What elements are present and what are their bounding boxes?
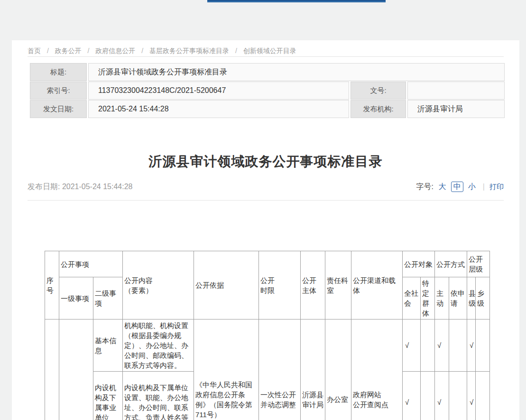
cell-xuhao [45, 320, 59, 420]
header-gongkai-qudao: 公开渠道和载体 [351, 251, 403, 320]
header-teding-qunti: 特定群体 [421, 277, 435, 320]
catalog-body-row-1: 基本信息 机构职能、机构设置（根据县委编办规定）、办公地址、办公时间、邮政编码、… [45, 320, 490, 372]
cell-yiji-shixiang [59, 320, 93, 420]
meta-row-title: 标题: 沂源县审计领域政务公开事项标准目录 [30, 63, 505, 81]
check-quanshehui-r1: √ [403, 320, 421, 372]
header-yiji-shixiang: 一级事项 [59, 277, 93, 320]
header-erji-shixiang: 二级事项 [93, 277, 123, 320]
meta-title-label: 标题: [30, 63, 87, 81]
check-xiangji-r2 [476, 372, 490, 420]
header-zeren-keshi: 责任科室 [325, 251, 351, 320]
meta-index-value: 11370323004223148C/2021-5200647 [88, 82, 349, 100]
cell-gongkai-qudao: 政府网站 公开查阅点 [351, 320, 403, 420]
check-zhudong-r2: √ [435, 372, 449, 420]
meta-date-label: 发文日期: [30, 100, 87, 118]
breadcrumb-home[interactable]: 首页 [28, 47, 41, 55]
check-teding-r2 [421, 372, 435, 420]
header-gongkai-cengji: 公开层级 [467, 251, 490, 277]
cell-neirong-r2: 内设机构及下属单位设置、职能、办公地址、办公时间、联系方式、负责人姓名等 [123, 372, 194, 420]
breadcrumb-separator: / [235, 47, 237, 55]
meta-date-value: 2021-05-24 15:44:28 [88, 100, 349, 118]
check-xianji-r1: √ [467, 320, 476, 372]
meta-docnum-label: 文号: [351, 82, 406, 100]
breadcrumb-separator: / [47, 47, 49, 55]
header-xiangji: 乡级 [476, 277, 490, 320]
cell-gongkai-shixian: 一次性公开并动态调整 [259, 320, 301, 420]
check-yishenqing-r2 [449, 372, 467, 420]
meta-title-value: 沂源县审计领域政务公开事项标准目录 [88, 63, 505, 81]
font-size-control: 字号: 大 中 小 | 打印 [416, 182, 504, 192]
breadcrumb: 首页 / 政务公开 / 政府信息公开 / 基层政务公开事项标准目录 / 创新领域… [28, 40, 504, 56]
check-yishenqing-r1 [449, 320, 467, 372]
header-gongkai-zhuti: 公开 主体 [301, 251, 325, 320]
header-yishenqing: 依申请 [449, 277, 467, 320]
cell-erji-r2: 内设机构及下属事业单位 [93, 372, 123, 420]
header-xuhao: 序号 [45, 251, 59, 320]
header-xianji: 县级 [467, 277, 476, 320]
article-meta-row: 发布日期: 2021-05-24 15:44:28 字号: 大 中 小 | 打印 [28, 181, 504, 192]
header-quanshehui: 全社会 [403, 277, 421, 320]
font-size-small-button[interactable]: 小 [468, 182, 476, 192]
header-gongkai-shixiang: 公开事项 [59, 251, 123, 277]
header-gongkai-duixiang: 公开对象 [403, 251, 435, 277]
check-teding-r1 [421, 320, 435, 372]
pipe-divider: | [483, 183, 485, 191]
check-quanshehui-r2: √ [403, 372, 421, 420]
cell-gongkai-zhuti: 沂源县审计局 [301, 320, 325, 420]
check-zhudong-r1: √ [435, 320, 449, 372]
font-size-medium-button[interactable]: 中 [451, 182, 463, 192]
breadcrumb-jiceng[interactable]: 基层政务公开事项标准目录 [149, 47, 229, 55]
top-nav-bar [207, 0, 386, 2]
meta-row-index: 索引号: 11370323004223148C/2021-5200647 文号: [30, 82, 505, 100]
meta-agency-value: 沂源县审计局 [407, 100, 505, 118]
breadcrumb-xinxi[interactable]: 政府信息公开 [95, 47, 135, 55]
page-title: 沂源县审计领域政务公开事项标准目录 [28, 153, 504, 171]
cell-erji-r1: 基本信息 [93, 320, 123, 372]
check-xiangji-r1 [476, 320, 490, 372]
catalog-header-row-1: 序号 公开事项 公开内容 （要素） 公开依据 公开 时限 公开 主体 责任科室 … [45, 251, 490, 277]
cell-gongkai-yiju: 《中华人民共和国政府信息公开条例》（国务院令第711号） [194, 320, 259, 420]
meta-index-label: 索引号: [30, 82, 87, 100]
content-card: 首页 / 政务公开 / 政府信息公开 / 基层政务公开事项标准目录 / 创新领域… [12, 40, 519, 420]
meta-agency-label: 发布机构: [351, 100, 406, 118]
header-gongkai-shixian: 公开 时限 [259, 251, 301, 320]
check-xianji-r2: √ [467, 372, 476, 420]
article-divider [28, 200, 504, 201]
header-gongkai-neirong: 公开内容 （要素） [123, 251, 194, 320]
breadcrumb-chuangxin[interactable]: 创新领域公开目录 [243, 47, 296, 55]
breadcrumb-zhengwu[interactable]: 政务公开 [55, 47, 82, 55]
catalog-table: 序号 公开事项 公开内容 （要素） 公开依据 公开 时限 公开 主体 责任科室 … [45, 251, 490, 420]
font-size-label: 字号: [416, 182, 433, 192]
cell-zeren-keshi: 办公室 [325, 320, 351, 420]
meta-docnum-value [407, 82, 505, 100]
breadcrumb-divider [28, 56, 504, 57]
font-size-large-button[interactable]: 大 [439, 182, 446, 192]
meta-table: 标题: 沂源县审计领域政务公开事项标准目录 索引号: 1137032300422… [28, 63, 506, 119]
breadcrumb-separator: / [88, 47, 90, 55]
print-button[interactable]: 打印 [489, 183, 504, 192]
publish-date: 发布日期: 2021-05-24 15:44:28 [28, 182, 132, 192]
header-gongkai-fangshi: 公开方式 [435, 251, 467, 277]
meta-row-date: 发文日期: 2021-05-24 15:44:28 发布机构: 沂源县审计局 [30, 100, 505, 118]
header-zhudong: 主动 [435, 277, 449, 320]
breadcrumb-separator: / [141, 47, 143, 55]
header-gongkai-yiju: 公开依据 [194, 251, 259, 320]
cell-neirong-r1: 机构职能、机构设置（根据县委编办规定）、办公地址、办公时间、邮政编码、联系方式等… [123, 320, 194, 372]
